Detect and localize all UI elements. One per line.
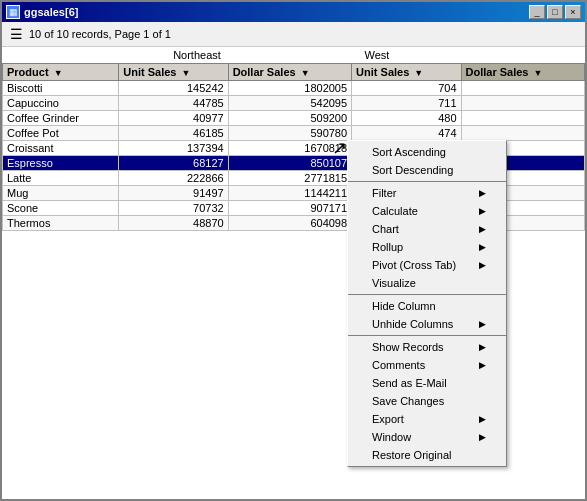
menu-separator bbox=[348, 335, 506, 336]
menu-item-export[interactable]: Export▶ bbox=[348, 410, 506, 428]
menu-separator bbox=[348, 181, 506, 182]
maximize-button[interactable]: □ bbox=[547, 5, 563, 19]
menu-item-rollup[interactable]: Rollup▶ bbox=[348, 238, 506, 256]
minimize-button[interactable]: _ bbox=[529, 5, 545, 19]
cell-product: Capuccino bbox=[3, 96, 119, 111]
menu-item-show-records[interactable]: Show Records▶ bbox=[348, 338, 506, 356]
title-bar: ▦ ggsales[6] _ □ × bbox=[2, 2, 585, 22]
main-window: ▦ ggsales[6] _ □ × ☰ 10 of 10 records, P… bbox=[0, 0, 587, 501]
table-row[interactable]: Coffee Grinder 40977 509200 480 bbox=[3, 111, 585, 126]
menu-item-hide-column[interactable]: Hide Column bbox=[348, 297, 506, 315]
region-west: West bbox=[302, 49, 452, 61]
menu-item-window[interactable]: Window▶ bbox=[348, 428, 506, 446]
cell-ne-dollars: 850107 bbox=[228, 156, 351, 171]
table-row[interactable]: Coffee Pot 46185 590780 474 bbox=[3, 126, 585, 141]
col-product[interactable]: Product ▼ bbox=[3, 64, 119, 81]
menu-item-pivot-cross-tab[interactable]: Pivot (Cross Tab)▶ bbox=[348, 256, 506, 274]
menu-item-restore-original[interactable]: Restore Original bbox=[348, 446, 506, 464]
menu-item-sort-ascending[interactable]: Sort Ascending bbox=[348, 143, 506, 161]
cell-w-dollars bbox=[461, 81, 585, 96]
cell-w-dollars bbox=[461, 96, 585, 111]
cell-ne-dollars: 2771815 bbox=[228, 171, 351, 186]
cell-ne-dollars: 1670818 bbox=[228, 141, 351, 156]
cell-ne-dollars: 907171 bbox=[228, 201, 351, 216]
col-ne-dollar-sales[interactable]: Dollar Sales ▼ bbox=[228, 64, 351, 81]
cell-ne-units: 68127 bbox=[119, 156, 228, 171]
cell-ne-units: 44785 bbox=[119, 96, 228, 111]
region-northeast: Northeast bbox=[112, 49, 282, 61]
menu-separator bbox=[348, 294, 506, 295]
cell-w-units: 704 bbox=[352, 81, 461, 96]
cell-ne-units: 91497 bbox=[119, 186, 228, 201]
cell-ne-units: 48870 bbox=[119, 216, 228, 231]
cell-product: Scone bbox=[3, 201, 119, 216]
cell-w-units: 474 bbox=[352, 126, 461, 141]
cell-w-dollars bbox=[461, 111, 585, 126]
cell-ne-dollars: 590780 bbox=[228, 126, 351, 141]
table-row[interactable]: Capuccino 44785 542095 711 bbox=[3, 96, 585, 111]
cell-product: Coffee Grinder bbox=[3, 111, 119, 126]
cell-w-dollars bbox=[461, 126, 585, 141]
cell-ne-dollars: 1144211 bbox=[228, 186, 351, 201]
cell-product: Mug bbox=[3, 186, 119, 201]
menu-item-send-as-e-mail[interactable]: Send as E-Mail bbox=[348, 374, 506, 392]
window-title: ggsales[6] bbox=[24, 6, 78, 18]
cell-ne-dollars: 1802005 bbox=[228, 81, 351, 96]
cell-product: Espresso bbox=[3, 156, 119, 171]
cell-ne-dollars: 542095 bbox=[228, 96, 351, 111]
cell-product: Latte bbox=[3, 171, 119, 186]
cell-ne-units: 145242 bbox=[119, 81, 228, 96]
context-menu: Sort AscendingSort DescendingFilter▶Calc… bbox=[347, 140, 507, 467]
cell-ne-units: 70732 bbox=[119, 201, 228, 216]
table-row[interactable]: Biscotti 145242 1802005 704 bbox=[3, 81, 585, 96]
cell-ne-units: 46185 bbox=[119, 126, 228, 141]
status-bar: ☰ 10 of 10 records, Page 1 of 1 bbox=[2, 22, 585, 47]
menu-item-visualize[interactable]: Visualize bbox=[348, 274, 506, 292]
menu-item-save-changes[interactable]: Save Changes bbox=[348, 392, 506, 410]
menu-item-unhide-columns[interactable]: Unhide Columns▶ bbox=[348, 315, 506, 333]
menu-item-sort-descending[interactable]: Sort Descending bbox=[348, 161, 506, 179]
menu-item-chart[interactable]: Chart▶ bbox=[348, 220, 506, 238]
col-ne-unit-sales[interactable]: Unit Sales ▼ bbox=[119, 64, 228, 81]
record-count: 10 of 10 records, Page 1 of 1 bbox=[29, 28, 171, 40]
menu-item-filter[interactable]: Filter▶ bbox=[348, 184, 506, 202]
cell-ne-units: 222866 bbox=[119, 171, 228, 186]
window-controls: _ □ × bbox=[529, 5, 581, 19]
app-icon: ▦ bbox=[6, 5, 20, 19]
cell-product: Croissant bbox=[3, 141, 119, 156]
cell-ne-dollars: 509200 bbox=[228, 111, 351, 126]
col-w-unit-sales[interactable]: Unit Sales ▼ bbox=[352, 64, 461, 81]
cell-product: Thermos bbox=[3, 216, 119, 231]
cell-product: Coffee Pot bbox=[3, 126, 119, 141]
cell-ne-dollars: 604098 bbox=[228, 216, 351, 231]
cell-w-units: 480 bbox=[352, 111, 461, 126]
menu-item-comments[interactable]: Comments▶ bbox=[348, 356, 506, 374]
close-button[interactable]: × bbox=[565, 5, 581, 19]
cell-ne-units: 137394 bbox=[119, 141, 228, 156]
content-area: ☰ 10 of 10 records, Page 1 of 1 Northeas… bbox=[2, 22, 585, 499]
cell-w-units: 711 bbox=[352, 96, 461, 111]
col-w-dollar-sales[interactable]: Dollar Sales ▼ bbox=[461, 64, 585, 81]
records-icon: ☰ bbox=[10, 26, 23, 42]
cell-product: Biscotti bbox=[3, 81, 119, 96]
cell-ne-units: 40977 bbox=[119, 111, 228, 126]
menu-item-calculate[interactable]: Calculate▶ bbox=[348, 202, 506, 220]
